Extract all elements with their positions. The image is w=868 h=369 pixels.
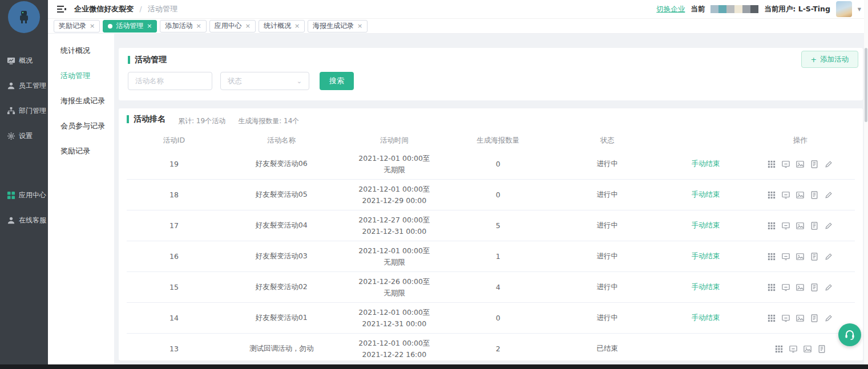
poster-icon[interactable] [818,345,826,353]
grid-icon[interactable] [768,191,776,199]
app-logo[interactable] [8,1,40,33]
user-dropdown-caret-icon[interactable]: ▼ [858,7,861,12]
col-actions: 操作 [746,136,855,145]
poster-icon[interactable] [810,160,818,168]
monitor-icon[interactable] [782,283,790,291]
edit-icon[interactable] [825,222,833,230]
manual-end-link[interactable]: 手动结束 [691,159,720,168]
tab-reward-records[interactable]: 奖励记录 × [54,20,100,33]
cell-manual-end: 手动结束 [665,190,745,200]
tab-activity-management[interactable]: 活动管理 × [103,20,157,33]
primary-sidebar: 概况 员工管理 部门管理 [0,0,48,369]
edit-icon[interactable] [825,253,833,261]
poster-icon[interactable] [810,191,818,199]
edit-icon[interactable] [825,283,833,291]
sidebar-item-online-service[interactable]: 在线客服 [0,208,48,233]
image-icon[interactable] [796,191,804,199]
close-icon[interactable]: × [294,23,300,29]
collapse-menu-icon[interactable] [57,5,66,13]
manual-end-link[interactable]: 手动结束 [691,282,720,291]
table-row: 13测试回调活动，勿动2021-12-01 00:00至2021-12-22 1… [127,334,855,360]
image-icon[interactable] [796,160,804,168]
sidebar-item-app-center[interactable]: 应用中心 [0,183,48,208]
grid-icon[interactable] [768,314,776,322]
cell-activity-name: 好友裂变活动02 [221,282,342,292]
tab-statistics-overview[interactable]: 统计概况 × [259,20,305,33]
submenu-item-poster-records[interactable]: 海报生成记录 [48,88,114,113]
edit-icon[interactable] [825,191,833,199]
poster-icon[interactable] [810,253,818,261]
poster-icon[interactable] [810,283,818,291]
activity-name-input[interactable] [128,72,212,90]
cell-activity-id: 16 [127,252,221,261]
scrollbar-thumb[interactable] [865,48,867,122]
close-icon[interactable]: × [147,23,152,29]
monitor-icon[interactable] [782,253,790,261]
sidebar-item-departments[interactable]: 部门管理 [0,98,48,123]
main-content: 活动管理 状态 ⌄ 搜索 + 添加活动 [114,34,868,369]
chevron-down-icon: ⌄ [297,78,302,85]
activity-table: 活动ID 活动名称 活动时间 生成海报数量 状态 操作 19好友裂变活动0620… [127,132,855,360]
submenu-item-activity-management[interactable]: 活动管理 [48,63,114,88]
tab-poster-records[interactable]: 海报生成记录 × [308,20,368,33]
submenu-item-member-participation[interactable]: 会员参与记录 [48,113,114,139]
submenu-item-reward-records[interactable]: 奖励记录 [48,139,114,164]
image-icon[interactable] [796,314,804,322]
monitor-icon[interactable] [782,314,790,322]
close-icon[interactable]: × [196,23,201,29]
image-icon[interactable] [796,283,804,291]
cell-actions [746,253,855,261]
monitor-icon[interactable] [782,160,790,168]
close-icon[interactable]: × [245,23,251,29]
cell-activity-time: 2021-12-01 00:00至无期限 [341,245,447,268]
ranking-card: 活动排名 累计: 19个活动 生成海报数量: 14个 活动ID 活动名称 活动时… [119,108,863,360]
sidebar-item-label: 设置 [19,131,33,141]
cell-manual-end: 手动结束 [665,221,745,230]
close-icon[interactable]: × [90,23,95,29]
status-select[interactable]: 状态 ⌄ [220,72,309,90]
cell-activity-name: 好友裂变活动05 [221,190,342,200]
table-row: 19好友裂变活动062021-12-01 00:00至无期限0进行中手动结束 [127,149,855,180]
grid-icon[interactable] [768,283,776,291]
grid-icon[interactable] [768,253,776,261]
department-icon [7,107,15,115]
cell-activity-id: 17 [127,221,221,230]
manual-end-link[interactable]: 手动结束 [691,221,720,229]
manual-end-link[interactable]: 手动结束 [691,252,720,260]
add-activity-button[interactable]: + 添加活动 [801,51,858,68]
customer-service-button[interactable] [838,323,861,346]
sidebar-item-settings[interactable]: 设置 [0,123,48,148]
scrollbar[interactable] [864,0,868,369]
poster-icon[interactable] [810,314,818,322]
cell-activity-name: 好友裂变活动03 [221,252,342,261]
grid-icon[interactable] [768,160,776,168]
grid-icon[interactable] [775,345,783,353]
monitor-icon[interactable] [789,345,797,353]
submenu-item-statistics[interactable]: 统计概况 [48,38,114,63]
redacted-company-name [710,5,758,13]
image-icon[interactable] [804,345,812,353]
edit-icon[interactable] [825,314,833,322]
tab-add-activity[interactable]: 添加活动 × [160,20,206,33]
image-icon[interactable] [796,222,804,230]
monitor-icon[interactable] [782,222,790,230]
sidebar-item-employees[interactable]: 员工管理 [0,73,48,98]
search-button[interactable]: 搜索 [320,72,354,90]
user-avatar[interactable] [836,1,852,17]
manual-end-link[interactable]: 手动结束 [691,190,720,198]
tab-app-center[interactable]: 应用中心 × [209,20,256,33]
edit-icon[interactable] [825,160,833,168]
filter-card: 活动管理 状态 ⌄ 搜索 + 添加活动 [119,48,863,100]
switch-company-link[interactable]: 切换企业 [656,5,685,14]
ranking-header: 活动排名 累计: 19个活动 生成海报数量: 14个 [127,114,855,126]
sidebar-item-overview[interactable]: 概况 [0,48,48,73]
breadcrumb-separator: / [140,5,142,13]
poster-icon[interactable] [810,222,818,230]
cell-poster-count: 2 [447,344,549,353]
grid-icon[interactable] [768,222,776,230]
monitor-icon[interactable] [782,191,790,199]
close-icon[interactable]: × [357,23,362,29]
image-icon[interactable] [796,253,804,261]
manual-end-link[interactable]: 手动结束 [691,313,720,322]
current-user-name: L-S-Ting [798,5,830,13]
